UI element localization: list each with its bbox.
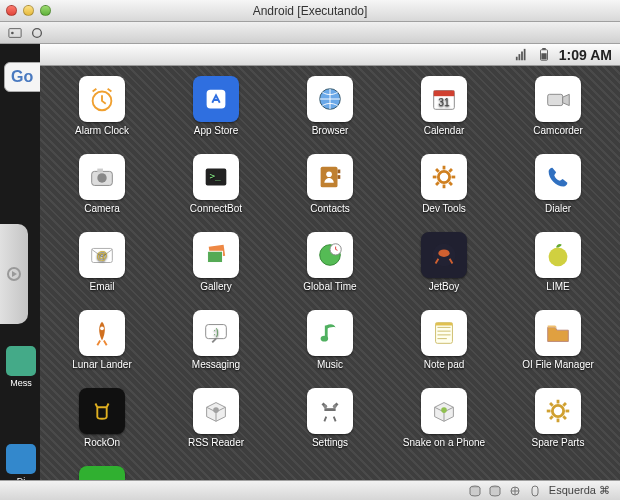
app-app-store[interactable]: App Store (164, 76, 268, 154)
app-jetboy[interactable]: JetBoy (392, 232, 496, 310)
app-label: Settings (312, 437, 348, 448)
svg-rect-16 (434, 91, 455, 97)
svg-point-29 (438, 171, 449, 182)
svg-point-58 (441, 407, 447, 413)
app-label: Email (89, 281, 114, 292)
app-note-pad[interactable]: Note pad (392, 310, 496, 388)
app-settings[interactable]: Settings (278, 388, 382, 466)
minimize-window-button[interactable] (23, 5, 34, 16)
app-music[interactable]: Music (278, 310, 382, 388)
disk-icon (489, 485, 501, 497)
svg-rect-6 (518, 54, 520, 60)
terminal-icon: >_ (193, 154, 239, 200)
music-icon (307, 310, 353, 356)
home-icon-dialer[interactable]: Di (4, 444, 38, 480)
svg-line-33 (436, 182, 439, 185)
svg-line-65 (550, 403, 553, 406)
app-videos[interactable]: Videos (50, 466, 154, 480)
app-camcorder[interactable]: Camcorder (506, 76, 610, 154)
svg-point-46 (438, 249, 449, 257)
toolbar-icon-2[interactable] (30, 26, 44, 40)
svg-point-47 (549, 248, 568, 267)
settings-icon (307, 388, 353, 434)
gear-icon (421, 154, 467, 200)
close-window-button[interactable] (6, 5, 17, 16)
folder-icon (535, 310, 581, 356)
svg-point-59 (552, 405, 563, 416)
zoom-window-button[interactable] (40, 5, 51, 16)
app-label: Browser (312, 125, 349, 136)
svg-rect-5 (516, 56, 518, 60)
app-contacts[interactable]: Contacts (278, 154, 382, 232)
gallery-icon (193, 232, 239, 278)
app-gallery[interactable]: Gallery (164, 232, 268, 310)
svg-line-61 (563, 416, 566, 419)
svg-point-28 (326, 171, 332, 177)
svg-marker-19 (563, 94, 570, 105)
app-browser[interactable]: Browser (278, 76, 382, 154)
signal-icon (515, 48, 529, 62)
app-label: Music (317, 359, 343, 370)
svg-line-37 (449, 169, 452, 172)
home-screen-underlay: Go Mess Di (0, 44, 40, 480)
app-label: Alarm Clock (75, 125, 129, 136)
app-email[interactable]: @Email (50, 232, 154, 310)
network-icon (509, 485, 521, 497)
app-calendar[interactable]: 31Calendar (392, 76, 496, 154)
app-messaging[interactable]: :)Messaging (164, 310, 268, 388)
app-label: Snake on a Phone (403, 437, 485, 448)
android-status-bar[interactable]: 1:09 AM (40, 44, 620, 66)
app-lunar-lander[interactable]: Lunar Lander (50, 310, 154, 388)
box-icon (193, 388, 239, 434)
app-dev-tools[interactable]: Dev Tools (392, 154, 496, 232)
window-title: Android [Executando] (0, 4, 620, 18)
globetime-icon (307, 232, 353, 278)
app-label: Dev Tools (422, 203, 466, 214)
app-label: Camera (84, 203, 120, 214)
home-icon-messaging[interactable]: Mess (4, 346, 38, 388)
google-logo-text: Go (11, 68, 33, 86)
lime-icon (535, 232, 581, 278)
rocket-icon (79, 310, 125, 356)
svg-line-67 (563, 403, 566, 406)
app-label: RockOn (84, 437, 120, 448)
svg-line-63 (550, 416, 553, 419)
app-spare-parts[interactable]: Spare Parts (506, 388, 610, 466)
globe-icon (307, 76, 353, 122)
app-label: App Store (194, 125, 238, 136)
app-snake-on-a-phone[interactable]: Snake on a Phone (392, 388, 496, 466)
app-dialer[interactable]: Dialer (506, 154, 610, 232)
camera-icon (79, 154, 125, 200)
svg-line-35 (436, 169, 439, 172)
svg-rect-72 (532, 486, 538, 496)
app-drawer-handle[interactable] (0, 224, 28, 324)
svg-point-54 (213, 407, 219, 413)
app-alarm-clock[interactable]: Alarm Clock (50, 76, 154, 154)
app-global-time[interactable]: Global Time (278, 232, 382, 310)
svg-rect-10 (542, 48, 546, 50)
app-oi-file-manager[interactable]: OI File Manager (506, 310, 610, 388)
svg-text:@: @ (96, 249, 107, 261)
status-time: 1:09 AM (559, 47, 612, 63)
app-rockon[interactable]: RockOn (50, 388, 154, 466)
alarm-icon (79, 76, 125, 122)
app-label: OI File Manager (522, 359, 594, 370)
svg-point-48 (100, 326, 104, 330)
app-drawer-grid[interactable]: Alarm ClockApp StoreBrowser31CalendarCam… (40, 66, 620, 480)
svg-rect-26 (338, 170, 341, 174)
toolbar-icon-1[interactable] (8, 26, 22, 40)
app-lime[interactable]: LIME (506, 232, 610, 310)
app-rss-reader[interactable]: RSS Reader (164, 388, 268, 466)
app-label: Camcorder (533, 125, 582, 136)
app-label: RSS Reader (188, 437, 244, 448)
app-connectbot[interactable]: >_ConnectBot (164, 154, 268, 232)
app-camera[interactable]: Camera (50, 154, 154, 232)
svg-rect-55 (324, 408, 335, 411)
svg-point-2 (33, 28, 42, 37)
google-search-widget[interactable]: Go (4, 62, 40, 92)
disk-icon (469, 485, 481, 497)
calendar-icon: 31 (421, 76, 467, 122)
app-label: Dialer (545, 203, 571, 214)
app-label: JetBoy (429, 281, 460, 292)
app-label: ConnectBot (190, 203, 242, 214)
